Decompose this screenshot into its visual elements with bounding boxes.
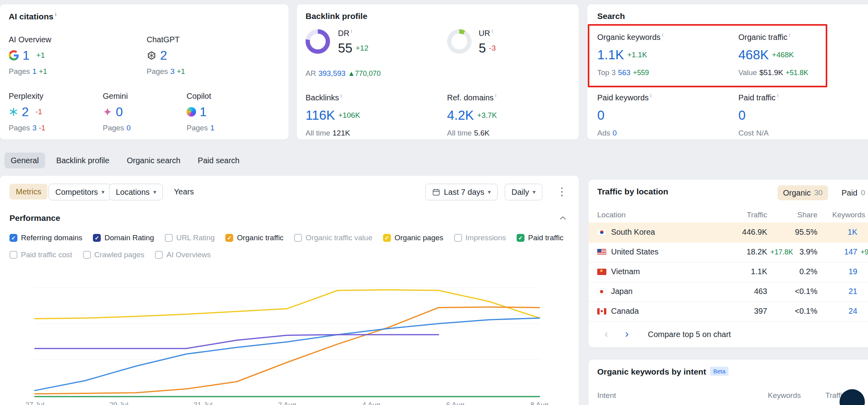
table-row-vietnam[interactable]: Vietnam 1.1K 0.2% 19: [589, 262, 868, 282]
tab-paid-search[interactable]: Paid search: [191, 153, 246, 168]
x-axis-label: 6 Aug: [440, 401, 471, 405]
metric-toggles-row-1: Referring domains Domain Rating URL Rati…: [9, 234, 574, 242]
ads-count[interactable]: 0: [613, 129, 617, 137]
metric-value[interactable]: 0: [597, 109, 604, 122]
metric-value[interactable]: 1: [23, 49, 30, 62]
column-header-keywords[interactable]: Keywords: [824, 211, 865, 219]
pages-count[interactable]: 3: [170, 67, 175, 75]
keywords-link[interactable]: 1K: [824, 228, 857, 237]
metric-value[interactable]: 116K: [306, 109, 335, 122]
search-title: Search: [597, 11, 625, 21]
x-axis-label: 29 Jul: [103, 401, 135, 405]
column-header-traffic[interactable]: Traffic: [720, 211, 767, 219]
more-options-button[interactable]: ⋮: [553, 184, 570, 200]
share-value: 0.2%: [784, 267, 817, 276]
toggle-url-rating[interactable]: URL Rating: [165, 234, 215, 242]
metric-delta: +1: [36, 51, 45, 60]
country-name: Japan: [611, 287, 633, 296]
chevron-down-icon: ▾: [102, 188, 105, 196]
toggle-paid-traffic-cost[interactable]: Paid traffic cost: [9, 251, 72, 259]
google-icon: [9, 50, 19, 60]
ahrefs-overview-page: { "icons": {"info":"i","chevron_down":"▾…: [0, 0, 868, 405]
metric-value[interactable]: 2: [160, 49, 167, 62]
backlink-profile-title: Backlink profile: [306, 11, 367, 21]
metric-label: Copilot: [187, 92, 217, 101]
table-row-canada[interactable]: Canada 397 <0.1% 24: [589, 302, 868, 322]
toggle-domain-rating[interactable]: Domain Rating: [93, 234, 154, 242]
chart-line-organic-traffic: [35, 307, 540, 394]
checkbox-icon: [294, 234, 302, 242]
table-row-japan[interactable]: Japan 463 <0.1% 21: [589, 282, 868, 302]
organic-tab[interactable]: Organic30: [777, 185, 828, 200]
country-name: United States: [611, 247, 659, 256]
x-axis-label: 2 Aug: [271, 401, 303, 405]
keywords-link[interactable]: 19: [824, 267, 857, 276]
toggle-organic-pages[interactable]: Organic pages: [383, 234, 443, 242]
checkbox-icon: [155, 251, 163, 259]
ai-citation-chatgpt: ChatGPT 2 Pages3+1: [147, 35, 185, 76]
location-table: South Korea 446.9K 95.5% 1K United State…: [589, 222, 868, 322]
tab-general[interactable]: General: [4, 153, 45, 168]
performance-card: Metrics Competitors▾ Locations▾ Years La…: [0, 176, 579, 405]
checkbox-icon: [9, 251, 17, 259]
locations-button[interactable]: Locations▾: [109, 184, 163, 200]
x-axis-label: 27 Jul: [19, 401, 51, 405]
metric-value[interactable]: 4.2K: [447, 109, 474, 122]
metric-organic-keywords: Organic keywordsi 1.1K+1.1K Top 3563+559: [597, 32, 663, 77]
competitors-button[interactable]: Competitors▾: [49, 184, 111, 200]
toggle-impressions[interactable]: Impressions: [454, 234, 506, 242]
pages-count[interactable]: 1: [210, 124, 215, 132]
toggle-referring-domains[interactable]: Referring domains: [9, 234, 82, 242]
years-button[interactable]: Years: [168, 184, 200, 200]
pages-count[interactable]: 1: [32, 67, 37, 75]
metrics-button[interactable]: Metrics: [9, 184, 47, 200]
country-name: Vietnam: [611, 267, 640, 276]
metric-value[interactable]: 468K: [738, 48, 769, 61]
ar-value[interactable]: 393,593: [318, 69, 345, 77]
metric-value[interactable]: 0: [738, 109, 745, 122]
keywords-link[interactable]: 147: [824, 247, 857, 256]
column-header-share[interactable]: Share: [782, 211, 817, 219]
gemini-icon: [103, 107, 112, 117]
metric-value[interactable]: 0: [116, 105, 123, 118]
country-name: South Korea: [611, 228, 655, 237]
flag-united-states-icon: [597, 249, 606, 255]
keywords-link[interactable]: 21: [824, 287, 857, 296]
toggle-crawled-pages[interactable]: Crawled pages: [83, 251, 145, 259]
toggle-organic-traffic-value[interactable]: Organic traffic value: [294, 234, 372, 242]
prev-page-button[interactable]: ‹: [600, 328, 613, 339]
granularity-button[interactable]: Daily▾: [505, 184, 542, 200]
top3-count[interactable]: 563: [618, 68, 630, 77]
perplexity-icon: [9, 107, 18, 117]
toggle-ai-overviews[interactable]: AI Overviews: [155, 251, 211, 259]
collapse-section-button[interactable]: [559, 215, 567, 221]
ai-citation-gemini: Gemini 0 Pages0: [103, 92, 133, 132]
overview-tabbar: General Backlink profile Organic search …: [4, 153, 246, 168]
keywords-link[interactable]: 24: [824, 307, 857, 316]
share-value: 3.9%: [784, 247, 817, 256]
traffic-value: 1.1K: [699, 267, 767, 276]
pages-count[interactable]: 3: [32, 124, 37, 132]
flag-japan-icon: [597, 288, 606, 295]
metric-label: Ref. domains: [447, 93, 494, 102]
metric-value[interactable]: 1.1K: [597, 48, 624, 61]
paid-tab[interactable]: Paid0: [836, 185, 868, 200]
tab-organic-search[interactable]: Organic search: [121, 153, 187, 168]
tab-backlink-profile[interactable]: Backlink profile: [50, 153, 116, 168]
info-icon: i: [351, 28, 352, 34]
table-row-united-states[interactable]: United States 18.2K +17.8K 3.9% 147 +92: [589, 243, 868, 262]
column-header-intent: Intent: [597, 391, 616, 400]
compare-top5-link[interactable]: Compare top 5 on chart: [648, 330, 731, 339]
column-header-location: Location: [597, 211, 626, 219]
next-page-button[interactable]: ›: [620, 328, 634, 339]
date-range-button[interactable]: Last 7 days▾: [425, 184, 498, 200]
checkbox-icon: [165, 234, 173, 242]
metric-label: Gemini: [103, 92, 133, 101]
pages-count[interactable]: 0: [126, 124, 131, 132]
metric-value[interactable]: 1: [200, 105, 207, 118]
metric-value[interactable]: 2: [22, 105, 29, 118]
toggle-paid-traffic[interactable]: Paid traffic: [517, 234, 563, 242]
metric-value: 55: [338, 41, 353, 55]
table-row-south-korea[interactable]: South Korea 446.9K 95.5% 1K: [589, 222, 868, 243]
toggle-organic-traffic[interactable]: Organic traffic: [225, 234, 283, 242]
